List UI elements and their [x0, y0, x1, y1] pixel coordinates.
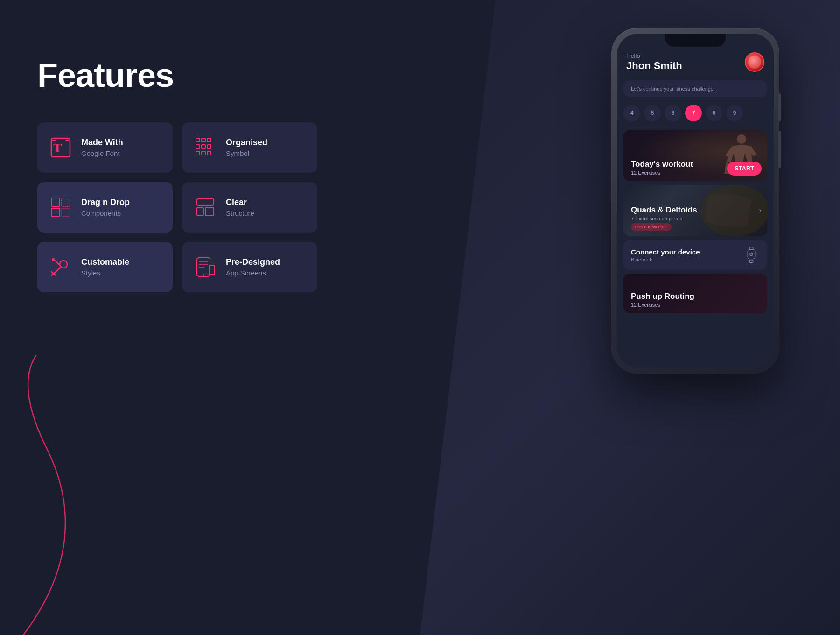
svg-rect-36 [749, 260, 753, 262]
svg-rect-13 [51, 198, 60, 206]
user-info: Hello Jhon Smith [626, 52, 682, 72]
feature-title-clear: Clear [226, 198, 254, 208]
svg-rect-14 [51, 208, 60, 217]
feature-title-customable: Customable [81, 257, 129, 268]
svg-rect-16 [62, 208, 70, 217]
feature-card-drag-drop: Drag n Drop Components [37, 182, 173, 233]
quads-card-content: Quads & Deltoids 7 Exercises completed P… [623, 200, 767, 236]
drag-icon [49, 195, 73, 219]
feature-subtitle-organised: Symbol [226, 149, 267, 157]
svg-rect-11 [202, 151, 205, 155]
feature-card-clear: Clear Structure [182, 182, 317, 233]
page-title: Features [37, 56, 317, 94]
feature-title-pre-designed: Pre-Designed [226, 257, 280, 268]
push-up-content: Push up Routing 12 Exercises [623, 286, 767, 313]
screens-icon [193, 255, 217, 279]
fitness-banner: Let's continue your fitness challenge. [623, 80, 767, 97]
avatar[interactable] [745, 52, 764, 72]
device-subtitle: Bluetooth [631, 257, 700, 262]
fitness-banner-text: Let's continue your fitness challenge. [631, 86, 760, 92]
svg-rect-2 [52, 140, 56, 141]
feature-subtitle-made-with: Google Font [81, 149, 123, 157]
svg-rect-12 [207, 151, 211, 155]
phone-inner-shell: Hello Jhon Smith Let's continue your fit… [617, 34, 774, 368]
feature-subtitle-drag-drop: Components [81, 209, 130, 217]
day-selector: 4 5 6 7 8 9 [617, 100, 774, 126]
day-btn-7[interactable]: 7 [685, 105, 702, 121]
phone-screen: Hello Jhon Smith Let's continue your fit… [617, 34, 774, 368]
phone-side-button-1 [778, 93, 781, 121]
quads-workout-card: Quads & Deltoids 7 Exercises completed P… [623, 185, 767, 236]
start-button[interactable]: START [727, 162, 762, 176]
customize-icon [49, 255, 73, 279]
feature-card-organised: Organised Symbol [182, 122, 317, 173]
left-section: Features T Made With Google Font [37, 56, 317, 292]
feature-text-customable: Customable Styles [81, 257, 129, 277]
feature-text-pre-designed: Pre-Designed App Screens [226, 257, 280, 277]
svg-rect-8 [202, 145, 205, 148]
push-up-card: Push up Routing 12 Exercises [623, 274, 767, 313]
push-up-title: Push up Routing [631, 292, 760, 301]
day-btn-5[interactable]: 5 [644, 105, 661, 121]
curve-decoration [0, 355, 140, 635]
svg-rect-15 [62, 198, 70, 206]
feature-subtitle-pre-designed: App Screens [226, 269, 280, 277]
app-header: Hello Jhon Smith [617, 48, 774, 78]
phone-side-button-2 [778, 131, 781, 168]
svg-text:T: T [53, 141, 62, 155]
svg-rect-7 [196, 145, 200, 148]
watch-icon [743, 247, 760, 263]
day-btn-4[interactable]: 4 [623, 105, 640, 121]
day-btn-8[interactable]: 8 [706, 105, 722, 121]
chevron-right-icon[interactable]: › [759, 206, 762, 215]
svg-rect-18 [197, 207, 203, 216]
layout-icon [193, 195, 217, 219]
todays-workout-card: Today's workout 12 Exercises START [623, 130, 767, 181]
svg-rect-17 [197, 199, 214, 205]
feature-card-made-with-font: T Made With Google Font [37, 122, 173, 173]
feature-text-drag-drop: Drag n Drop Components [81, 198, 130, 217]
svg-rect-4 [196, 138, 200, 142]
previous-workout-badge: Previous Workout [631, 223, 672, 231]
feature-title-organised: Organised [226, 138, 267, 148]
svg-rect-10 [196, 151, 200, 155]
feature-subtitle-customable: Styles [81, 269, 129, 277]
feature-card-pre-designed: Pre-Designed App Screens [182, 242, 317, 292]
feature-card-customable: Customable Styles [37, 242, 173, 292]
feature-text-organised: Organised Symbol [226, 138, 267, 157]
svg-point-27 [203, 274, 204, 276]
push-up-exercises: 12 Exercises [631, 302, 760, 308]
svg-point-32 [737, 134, 746, 144]
feature-subtitle-clear: Structure [226, 209, 254, 217]
day-btn-9[interactable]: 9 [726, 105, 743, 121]
svg-line-22 [54, 260, 60, 265]
quads-title: Quads & Deltoids [631, 205, 760, 215]
svg-rect-9 [207, 145, 211, 148]
device-card: Connect your device Bluetooth [623, 240, 767, 270]
feature-title-made-with: Made With [81, 138, 123, 148]
day-btn-6[interactable]: 6 [665, 105, 681, 121]
svg-rect-3 [65, 140, 69, 141]
app-greeting: Hello [626, 52, 682, 59]
phone-notch [665, 34, 726, 47]
phone-outer-shell: Hello Jhon Smith Let's continue your fit… [611, 28, 779, 374]
device-info: Connect your device Bluetooth [631, 248, 700, 262]
phone-mockup: Hello Jhon Smith Let's continue your fit… [611, 28, 779, 374]
app-user-name: Jhon Smith [626, 60, 682, 72]
features-grid: T Made With Google Font [37, 122, 317, 292]
svg-rect-19 [205, 207, 214, 216]
svg-point-23 [52, 258, 55, 261]
feature-text-clear: Clear Structure [226, 198, 254, 217]
svg-rect-5 [202, 138, 205, 142]
feature-text-made-with: Made With Google Font [81, 138, 123, 157]
feature-title-drag-drop: Drag n Drop [81, 198, 130, 208]
device-title: Connect your device [631, 248, 700, 256]
quads-exercises: 7 Exercises completed [631, 216, 760, 221]
svg-point-21 [60, 261, 67, 268]
svg-rect-6 [207, 138, 211, 142]
grid-icon [193, 135, 217, 160]
text-icon: T [49, 135, 73, 160]
